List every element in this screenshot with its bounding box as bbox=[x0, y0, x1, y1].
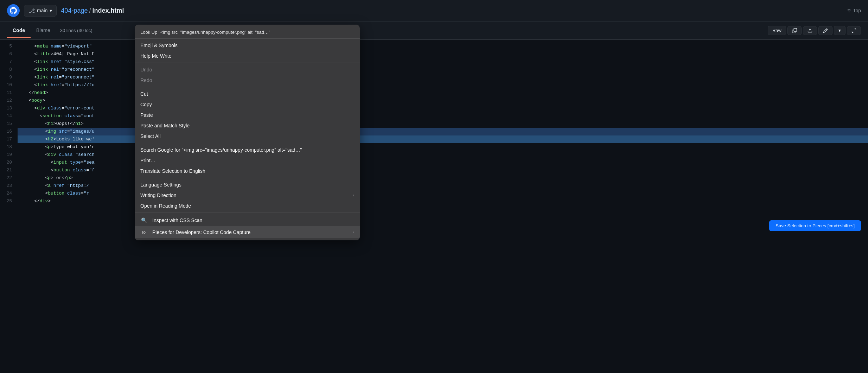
ctx-reading-mode[interactable]: Open in Reading Mode bbox=[135, 201, 360, 211]
ctx-inspect-css-scan[interactable]: 🔍 Inspect with CSS Scan bbox=[135, 214, 360, 226]
tab-code[interactable]: Code bbox=[7, 23, 31, 38]
breadcrumb: 404-page / index.html bbox=[61, 7, 124, 14]
tab-blame[interactable]: Blame bbox=[31, 23, 56, 38]
breadcrumb-current: index.html bbox=[92, 7, 124, 14]
raw-button[interactable]: Raw bbox=[768, 26, 786, 35]
top-label[interactable]: Top bbox=[847, 8, 861, 13]
copy-raw-button[interactable] bbox=[787, 26, 802, 35]
ctx-help-write[interactable]: Help Me Write bbox=[135, 51, 360, 61]
ctx-language-settings[interactable]: Language Settings bbox=[135, 179, 360, 190]
ctx-paste[interactable]: Paste bbox=[135, 110, 360, 120]
ctx-copy[interactable]: Copy bbox=[135, 99, 360, 110]
ctx-print[interactable]: Print… bbox=[135, 155, 360, 166]
top-bar-right: Top bbox=[847, 8, 861, 13]
ctx-translate[interactable]: Translate Selection to English bbox=[135, 166, 360, 176]
ctx-divider-1 bbox=[135, 63, 360, 63]
breadcrumb-sep: / bbox=[89, 7, 91, 14]
ctx-divider-3 bbox=[135, 143, 360, 143]
ctx-divider-4 bbox=[135, 178, 360, 178]
ctx-redo: Redo bbox=[135, 75, 360, 86]
more-button[interactable]: ▾ bbox=[834, 26, 845, 35]
download-button[interactable] bbox=[803, 26, 817, 35]
chevron-right-icon: › bbox=[353, 193, 354, 198]
pieces-save-button[interactable]: Save Selection to Pieces [cmd+shift+s] bbox=[769, 220, 861, 231]
file-header: Code Blame 30 lines (30 loc) Raw ▾ bbox=[0, 21, 868, 40]
ctx-search-google[interactable]: Search Google for "<img src="images/unha… bbox=[135, 145, 360, 155]
branch-name: main bbox=[37, 8, 47, 13]
ctx-emoji-symbols[interactable]: Emoji & Symbols bbox=[135, 40, 360, 51]
pieces-icon: ⊙ bbox=[140, 229, 147, 236]
ctx-undo: Undo bbox=[135, 64, 360, 75]
ctx-writing-direction[interactable]: Writing Direction › bbox=[135, 190, 360, 201]
ctx-cut[interactable]: Cut bbox=[135, 89, 360, 99]
line-numbers: 5 6 7 8 9 10 11 12 13 14 15 16 17 18 19 … bbox=[0, 40, 18, 373]
ctx-divider-2 bbox=[135, 87, 360, 87]
chevron-down-icon: ▾ bbox=[50, 8, 52, 13]
github-icon bbox=[7, 4, 20, 17]
ctx-divider-5 bbox=[135, 213, 360, 213]
context-menu: Look Up "<img src="images/unhappy-comput… bbox=[135, 25, 360, 240]
top-bar-left: ⎇ main ▾ 404-page / index.html bbox=[7, 4, 124, 17]
branch-icon: ⎇ bbox=[28, 7, 35, 14]
fullscreen-button[interactable] bbox=[847, 26, 861, 35]
edit-button[interactable] bbox=[818, 26, 832, 35]
branch-selector[interactable]: ⎇ main ▾ bbox=[24, 5, 57, 17]
css-scan-icon: 🔍 bbox=[140, 217, 147, 224]
code-area: 5 6 7 8 9 10 11 12 13 14 15 16 17 18 19 … bbox=[0, 40, 868, 373]
breadcrumb-link[interactable]: 404-page bbox=[61, 7, 88, 14]
ctx-pieces-copilot[interactable]: ⊙ Pieces for Developers: Copilot Code Ca… bbox=[135, 226, 360, 238]
file-actions: Raw ▾ bbox=[768, 26, 861, 35]
ctx-select-all[interactable]: Select All bbox=[135, 131, 360, 141]
ctx-paste-match[interactable]: Paste and Match Style bbox=[135, 120, 360, 131]
pieces-submenu-arrow-icon: › bbox=[353, 230, 354, 235]
file-info: 30 lines (30 loc) bbox=[60, 28, 92, 33]
context-menu-header: Look Up "<img src="images/unhappy-comput… bbox=[135, 27, 360, 39]
top-bar: ⎇ main ▾ 404-page / index.html Top bbox=[0, 0, 868, 21]
